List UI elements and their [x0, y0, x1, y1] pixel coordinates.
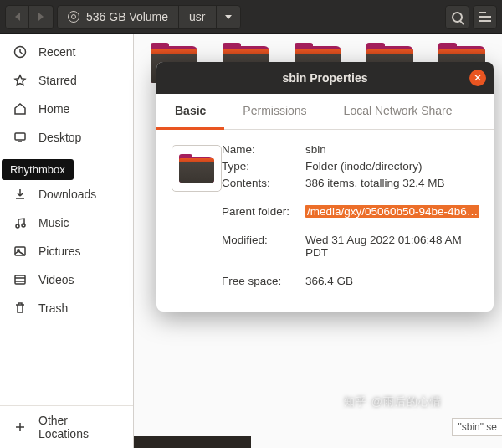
back-button[interactable] — [5, 5, 29, 29]
folder-icon — [179, 154, 214, 183]
sidebar-item-label: Starred — [38, 74, 77, 87]
svg-point-2 — [16, 224, 19, 228]
search-button[interactable] — [445, 5, 469, 29]
pictures-icon — [13, 245, 27, 258]
trash-icon — [13, 301, 27, 315]
sidebar-item-videos[interactable]: Videos — [0, 265, 133, 294]
sidebar-item-recent[interactable]: Recent — [0, 38, 133, 66]
sidebar-item-label: Music — [38, 216, 69, 229]
tooltip: Rhythmbox — [2, 159, 74, 180]
sidebar-item-home[interactable]: Home — [0, 95, 133, 123]
sidebar-item-desktop[interactable]: Desktop — [0, 123, 133, 152]
sidebar-item-other-locations[interactable]: Other Locations — [0, 405, 133, 448]
label-free-space: Free space: — [222, 275, 305, 287]
path-segment-volume[interactable]: 536 GB Volume — [58, 6, 178, 28]
tab-permissions[interactable]: Permissions — [224, 94, 325, 129]
dialog-tabs: Basic Permissions Local Network Share — [156, 94, 494, 130]
home-icon — [13, 102, 27, 116]
sidebar-item-label: Videos — [38, 273, 74, 286]
close-icon: ✕ — [474, 72, 482, 84]
svg-rect-6 — [15, 275, 25, 284]
svg-point-3 — [22, 224, 25, 227]
watermark: 知乎 @雨后的心情 — [344, 394, 442, 409]
dialog-body: Name: sbin Type: Folder (inode/directory… — [156, 130, 494, 312]
nav-buttons — [5, 5, 54, 29]
sidebar-item-pictures[interactable]: Pictures — [0, 237, 133, 265]
value-type: Folder (inode/directory) — [305, 160, 479, 173]
tab-local-network-share[interactable]: Local Network Share — [325, 94, 471, 129]
chevron-right-icon — [38, 13, 44, 21]
forward-button[interactable] — [29, 5, 54, 29]
disk-icon — [68, 11, 79, 23]
label-name: Name: — [222, 143, 305, 156]
sidebar-item-trash[interactable]: Trash — [0, 294, 133, 322]
close-button[interactable]: ✕ — [469, 70, 486, 86]
search-icon — [452, 12, 463, 23]
dialog-icon-button[interactable] — [172, 145, 222, 192]
label-modified: Modified: — [222, 234, 305, 259]
sidebar-item-label: Other Locations — [38, 414, 120, 440]
value-contents: 386 items, totalling 32.4 MB — [305, 177, 479, 189]
label-parent-folder: Parent folder: — [222, 205, 305, 218]
status-bar: "sbin" se — [452, 418, 502, 436]
chevron-left-icon — [15, 13, 20, 21]
sidebar-item-label: Downloads — [38, 188, 96, 201]
bottom-shadow — [134, 436, 251, 448]
tab-basic[interactable]: Basic — [156, 94, 224, 130]
chevron-down-icon — [225, 15, 232, 19]
desktop-icon — [13, 131, 27, 144]
value-parent-folder[interactable]: /media/gxy/05060b50-94be-4b6… — [305, 205, 479, 218]
path-bar: 536 GB Volume usr — [57, 5, 241, 29]
plus-icon — [13, 420, 27, 434]
value-free-space: 366.4 GB — [305, 275, 479, 287]
path-dropdown[interactable] — [216, 6, 240, 28]
sidebar-item-music[interactable]: Music — [0, 209, 133, 237]
sidebar-item-label: Home — [38, 102, 69, 116]
path-folder-label: usr — [189, 10, 205, 23]
sidebar-item-label: Trash — [38, 301, 68, 315]
view-options-button[interactable] — [473, 5, 497, 29]
sidebar-item-label: Recent — [38, 45, 75, 59]
download-icon — [13, 188, 27, 201]
volume-label: 536 GB Volume — [86, 10, 168, 23]
properties-dialog: sbin Properties ✕ Basic Permissions Loca… — [156, 62, 494, 312]
dialog-titlebar[interactable]: sbin Properties ✕ — [156, 62, 494, 94]
value-modified: Wed 31 Aug 2022 01:06:48 AM PDT — [305, 234, 479, 259]
label-contents: Contents: — [222, 177, 305, 189]
sidebar-item-starred[interactable]: Starred — [0, 66, 133, 95]
star-icon — [13, 74, 27, 87]
value-name: sbin — [305, 143, 479, 156]
list-icon — [479, 12, 491, 22]
path-segment-folder[interactable]: usr — [178, 6, 215, 28]
clock-icon — [13, 45, 27, 59]
svg-rect-1 — [15, 133, 25, 140]
dialog-title: sbin Properties — [283, 71, 368, 85]
label-type: Type: — [222, 160, 305, 173]
sidebar-item-label: Pictures — [38, 245, 81, 258]
videos-icon — [13, 273, 27, 286]
sidebar: Recent Starred Home Desktop ts — [0, 34, 134, 448]
header-bar: 536 GB Volume usr — [0, 0, 502, 34]
sidebar-item-label: Desktop — [38, 131, 81, 144]
music-icon — [13, 216, 27, 229]
sidebar-item-downloads[interactable]: Downloads — [0, 180, 133, 209]
